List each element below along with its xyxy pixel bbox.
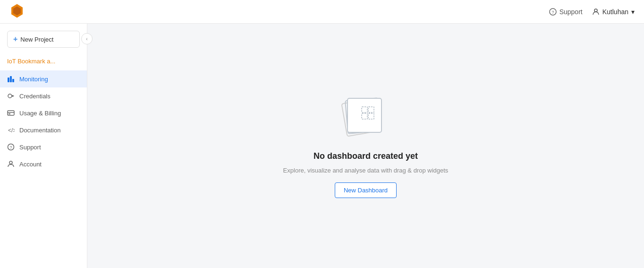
documentation-icon: </> xyxy=(7,126,15,134)
empty-state: No dashboard created yet Explore, visual… xyxy=(283,94,449,198)
svg-rect-7 xyxy=(12,79,14,82)
project-name[interactable]: IoT Bookmark a... xyxy=(0,55,87,70)
plus-icon: + xyxy=(13,35,17,43)
user-name: Kutluhan xyxy=(602,8,628,16)
svg-rect-9 xyxy=(8,111,14,115)
empty-subtitle: Explore, visualize and analyse data with… xyxy=(283,167,449,174)
svg-rect-5 xyxy=(8,78,9,82)
svg-text:</>: </> xyxy=(8,127,15,134)
main-content: No dashboard created yet Explore, visual… xyxy=(87,24,644,268)
collapse-sidebar-button[interactable]: ‹ xyxy=(81,33,93,44)
svg-point-15 xyxy=(9,161,12,164)
logo xyxy=(9,3,25,20)
billing-icon xyxy=(7,109,15,117)
account-icon xyxy=(7,160,15,168)
svg-rect-6 xyxy=(10,76,12,82)
svg-text:?: ? xyxy=(9,145,12,150)
new-project-button[interactable]: + New Project xyxy=(7,31,80,48)
documentation-label: Documentation xyxy=(19,127,60,134)
sidebar-item-usage-billing[interactable]: Usage & Billing xyxy=(0,104,87,121)
sidebar-item-credentials[interactable]: Credentials xyxy=(0,87,87,104)
svg-point-8 xyxy=(8,94,12,98)
user-menu[interactable]: Kutluhan ▾ xyxy=(592,8,635,16)
empty-illustration xyxy=(337,94,394,141)
support-label: Support xyxy=(559,8,583,16)
user-icon xyxy=(592,8,600,16)
chevron-down-icon: ▾ xyxy=(631,8,635,16)
layout: + New Project IoT Bookmark a... Monitori… xyxy=(0,24,644,268)
svg-rect-11 xyxy=(8,113,10,114)
sidebar-item-documentation[interactable]: </> Documentation xyxy=(0,121,87,138)
svg-text:?: ? xyxy=(551,10,554,15)
support-link[interactable]: ? Support xyxy=(549,8,583,16)
new-project-label: New Project xyxy=(20,36,53,43)
sidebar-item-monitoring[interactable]: Monitoring xyxy=(0,70,87,87)
svg-point-4 xyxy=(594,9,597,12)
support-icon: ? xyxy=(549,8,557,16)
support-nav-icon: ? xyxy=(7,143,15,151)
new-dashboard-button[interactable]: New Dashboard xyxy=(335,182,397,198)
credentials-label: Credentials xyxy=(19,93,51,100)
svg-rect-18 xyxy=(347,98,381,132)
header: ? Support Kutluhan ▾ xyxy=(0,0,644,24)
monitoring-icon xyxy=(7,75,15,83)
sidebar-item-account[interactable]: Account xyxy=(0,156,87,173)
credentials-icon xyxy=(7,92,15,100)
account-label: Account xyxy=(19,161,42,168)
sidebar: + New Project IoT Bookmark a... Monitori… xyxy=(0,24,87,268)
header-right: ? Support Kutluhan ▾ xyxy=(549,8,635,16)
empty-title: No dashboard created yet xyxy=(314,151,418,161)
monitoring-label: Monitoring xyxy=(19,76,48,83)
support-nav-label: Support xyxy=(19,144,41,151)
usage-billing-label: Usage & Billing xyxy=(19,110,61,117)
sidebar-item-support[interactable]: ? Support xyxy=(0,138,87,156)
